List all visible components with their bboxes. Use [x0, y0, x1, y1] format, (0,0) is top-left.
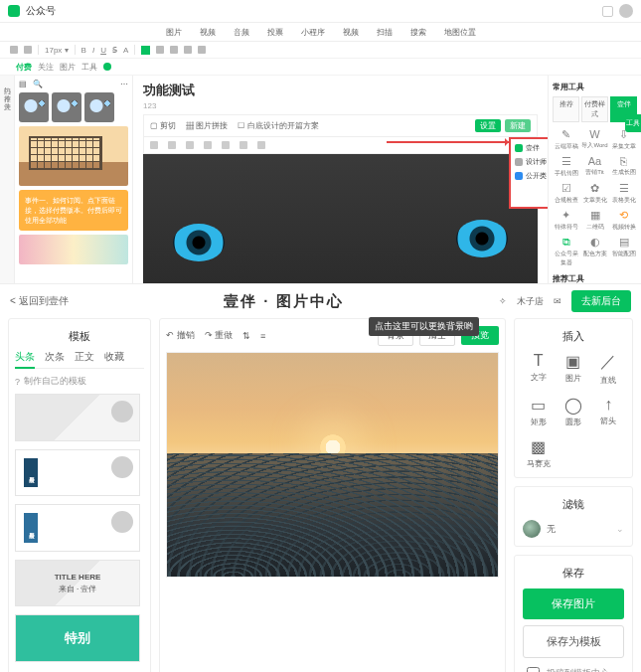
mail-icon[interactable]: ✉ — [554, 296, 561, 306]
save-image-button[interactable]: 保存图片 — [523, 588, 624, 619]
card-colorful[interactable] — [19, 235, 128, 264]
template-card[interactable]: 特别 — [15, 614, 140, 662]
template-tip[interactable]: ? 制作自己的模板 — [15, 375, 144, 388]
insert-item[interactable]: ／直线 — [593, 352, 624, 386]
filter-btn[interactable]: ▤ — [19, 80, 27, 88]
rotate-icon[interactable] — [150, 141, 158, 149]
insert-item[interactable]: T文字 — [523, 352, 554, 386]
underline-icon[interactable]: U — [100, 46, 106, 55]
insert-item[interactable]: ◯圆形 — [558, 396, 588, 427]
insert-item[interactable]: ▩马赛克 — [523, 437, 554, 469]
tb-crop[interactable]: ▢ 剪切 — [150, 120, 176, 131]
btn-set[interactable]: 设置 — [475, 119, 501, 132]
undo-icon[interactable] — [10, 46, 18, 54]
hero-cat-image[interactable] — [143, 154, 538, 283]
user-name[interactable]: 木子唐 — [517, 295, 544, 308]
flip-icon[interactable] — [168, 141, 176, 149]
wand-icon[interactable]: ✧ — [499, 296, 507, 306]
border-icon[interactable] — [186, 141, 194, 149]
radius-icon[interactable] — [222, 141, 230, 149]
list-icon[interactable] — [170, 46, 178, 54]
tab-secondary[interactable]: 次条 — [45, 350, 65, 364]
align-icon[interactable]: ⇅ — [242, 331, 250, 341]
btn-new[interactable]: 新建 — [505, 119, 531, 132]
font-color-icon[interactable]: A — [123, 46, 128, 55]
font-size[interactable]: 17px ▾ — [45, 46, 69, 55]
redo-button[interactable]: ↷ 重做 — [205, 329, 234, 342]
nav-item[interactable]: 投票 — [267, 27, 283, 38]
left-tool[interactable]: 工具 — [81, 62, 97, 73]
canvas-image[interactable] — [166, 352, 499, 578]
tool-item[interactable]: ▤智能配图 — [610, 236, 637, 267]
tool-item[interactable]: ▦二维码 — [581, 209, 608, 232]
thumb-cat[interactable] — [52, 92, 81, 122]
tab-fav[interactable]: 收藏 — [104, 350, 124, 364]
tool-item[interactable]: ⧉公众号采集器 — [553, 236, 579, 267]
nav-item[interactable]: 搜索 — [410, 27, 426, 38]
window-icon[interactable] — [602, 6, 613, 17]
nav-item[interactable]: 视频 — [200, 27, 216, 38]
avatar-icon[interactable] — [619, 4, 633, 18]
insert-item[interactable]: ▣图片 — [558, 352, 588, 386]
undo-button[interactable]: ↶ 撤销 — [166, 329, 195, 342]
layer-icon[interactable]: ≡ — [260, 331, 265, 341]
template-card[interactable] — [15, 394, 140, 441]
redo-icon[interactable] — [24, 46, 32, 54]
search-icon[interactable]: 🔍 — [33, 80, 43, 88]
nav-item[interactable]: 图片 — [166, 27, 182, 38]
contribute-checkbox[interactable]: 投稿到模板中心 — [523, 664, 624, 672]
tab[interactable]: 推荐 — [553, 96, 579, 122]
bold-icon[interactable]: B — [81, 46, 86, 55]
dd-item[interactable]: 公开类 — [526, 171, 547, 181]
filter-none[interactable]: 无 ⌄ — [523, 520, 624, 538]
thumb-cat[interactable] — [19, 92, 49, 122]
contribute-input[interactable] — [527, 667, 540, 672]
nav-item[interactable]: 音频 — [234, 27, 249, 38]
tool-item[interactable]: ☰手机传图 — [553, 155, 579, 178]
template-card[interactable]: 今日看展 — [15, 449, 140, 497]
back-link[interactable]: < 返回到壹伴 — [10, 294, 69, 308]
tool-item[interactable]: Aa营销Tit — [581, 155, 608, 178]
dd-item[interactable]: 壹伴 — [526, 143, 540, 153]
nav-item[interactable]: 扫描 — [377, 27, 393, 38]
fill-green-icon[interactable] — [141, 46, 150, 55]
doc-title[interactable]: 功能测试 — [143, 82, 538, 99]
tab[interactable]: 付费样式 — [581, 96, 608, 122]
left-tool[interactable]: 关注 — [38, 62, 54, 73]
italic-icon[interactable]: I — [92, 46, 94, 55]
tool-item[interactable]: ☰表格美化 — [610, 182, 637, 205]
nav-item[interactable]: 视频 — [343, 27, 359, 38]
insert-item[interactable]: ▭矩形 — [523, 396, 554, 427]
tool-item[interactable]: ⎘生成长图 — [610, 155, 637, 178]
replace-icon[interactable] — [240, 141, 247, 149]
tb-template[interactable]: ☐ 白底设计的开篇方案 — [238, 120, 318, 131]
tool-item[interactable]: ✿文章美化 — [581, 182, 608, 205]
side-drawer-tab[interactable]: 工具 — [625, 114, 641, 132]
left-tool[interactable]: 图片 — [60, 62, 76, 73]
goto-backend-button[interactable]: 去新后台 — [571, 290, 631, 312]
thumb-cat[interactable] — [84, 92, 114, 122]
save-template-button[interactable]: 保存为模板 — [523, 625, 624, 658]
template-list[interactable]: 今日看展 今日看展 TITLE HERE 来自 · 壹伴 特别 — [15, 394, 144, 662]
link-icon[interactable] — [257, 141, 265, 149]
tool-item[interactable]: ☑合规检查 — [553, 182, 579, 205]
tool-item[interactable]: W导入Word — [581, 128, 608, 151]
nav-item[interactable]: 小程序 — [301, 27, 325, 38]
card-basketball[interactable] — [19, 126, 128, 186]
shadow-icon[interactable] — [204, 141, 212, 149]
strike-icon[interactable]: S̶ — [112, 46, 117, 55]
dd-item[interactable]: 设计师（需上传） — [526, 157, 548, 167]
tool-item[interactable]: ✦特殊符号 — [553, 209, 579, 232]
tab-body[interactable]: 正文 — [75, 350, 94, 364]
tb-merge[interactable]: ▦ 图片拼接 — [186, 120, 228, 131]
nav-item[interactable]: 地图位置 — [444, 27, 476, 38]
tab-headline[interactable]: 头条 — [15, 350, 35, 369]
tool-item[interactable]: ◐配色方案 — [581, 236, 608, 267]
indent-icon[interactable] — [184, 46, 192, 54]
tool-item[interactable]: ⟲视频转换 — [610, 209, 637, 232]
more-format-icon[interactable] — [198, 46, 206, 54]
insert-item[interactable]: ↑箭头 — [593, 396, 624, 427]
tool-item[interactable]: ✎云端草稿 — [553, 128, 579, 151]
template-card[interactable]: 今日看展 — [15, 504, 140, 552]
card-orange-info[interactable]: 事件一、如何订阅。点下面链接，选择付费版本。付费后即可使用全部功能 — [19, 190, 128, 231]
